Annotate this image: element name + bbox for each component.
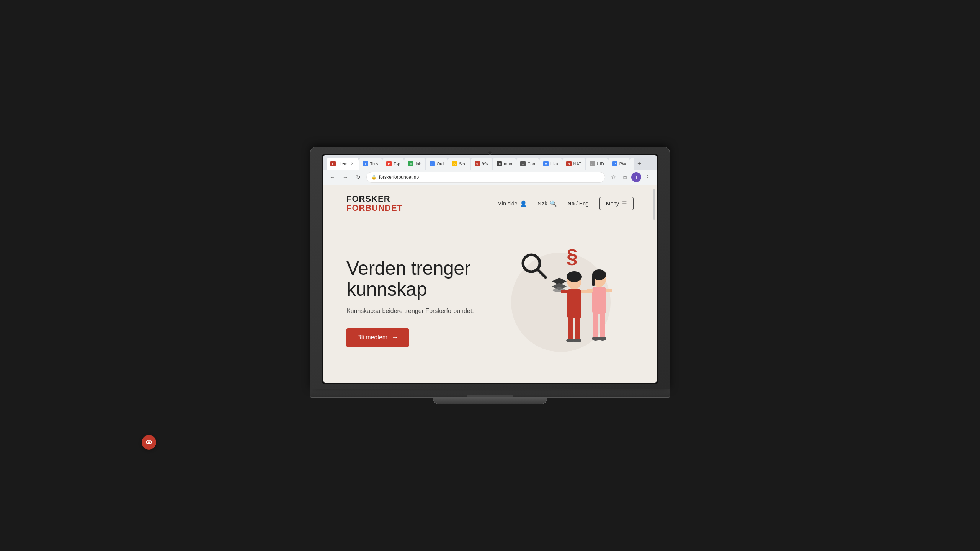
- hero-text-area: Verden trenger kunnskap Kunnskapsarbeide…: [346, 258, 490, 347]
- svg-rect-8: [592, 287, 606, 314]
- forward-button[interactable]: →: [340, 172, 350, 182]
- svg-rect-21: [575, 317, 580, 340]
- tab-item[interactable]: P PW: [608, 158, 630, 170]
- tab-label: Ord: [437, 161, 444, 166]
- tab-label: Inb: [415, 161, 421, 166]
- lang-eng: Eng: [579, 201, 589, 207]
- browser-tabs-bar: F Hjem ✕ T Trus E E-p: [323, 155, 657, 170]
- browser-toolbar: ← → ↻ 🔒 forskerforbundet.no ☆ ⧉ I ⋮: [323, 170, 657, 185]
- tab-favicon: C: [520, 161, 526, 166]
- bli-medlem-button[interactable]: Bli medlem →: [346, 328, 409, 347]
- screen-bezel: F Hjem ✕ T Trus E E-p: [322, 154, 658, 384]
- logo-line2: FORBUNDET: [346, 204, 403, 213]
- more-options-button[interactable]: ⋮: [643, 172, 653, 182]
- tab-item[interactable]: U UID: [586, 158, 608, 170]
- tab-label: Trus: [370, 161, 379, 166]
- svg-rect-11: [593, 313, 598, 338]
- nav-right-area: Min side 👤 Søk 🔍 No / Eng: [497, 197, 634, 210]
- laptop-shell: F Hjem ✕ T Trus E E-p: [310, 147, 670, 404]
- tab-favicon: 9: [475, 161, 480, 166]
- lang-no: No: [568, 201, 575, 207]
- svg-rect-20: [568, 317, 573, 340]
- menu-label: Meny: [606, 201, 619, 207]
- svg-point-13: [592, 337, 599, 341]
- svg-rect-7: [592, 275, 595, 286]
- tab-item[interactable]: O Ord: [426, 158, 448, 170]
- back-button[interactable]: ←: [327, 172, 337, 182]
- tab-label: Hva: [550, 161, 558, 166]
- scrollbar-thumb: [653, 189, 655, 220]
- site-logo[interactable]: FORSKER FORBUNDET: [346, 194, 403, 213]
- svg-rect-12: [600, 313, 605, 338]
- tab-favicon: F: [330, 161, 336, 166]
- tab-favicon: P: [612, 161, 617, 166]
- tab-label: See: [459, 161, 467, 166]
- tab-label: Con: [528, 161, 535, 166]
- svg-rect-19: [561, 290, 568, 293]
- language-switcher[interactable]: No / Eng: [568, 201, 589, 207]
- tab-label: Hjem: [338, 161, 348, 166]
- tab-item[interactable]: N NAT: [562, 158, 585, 170]
- hero-title: Verden trenger kunnskap: [346, 258, 490, 300]
- tab-label: E-p: [394, 161, 400, 166]
- min-side-link[interactable]: Min side 👤: [497, 200, 527, 207]
- profile-button[interactable]: I: [631, 172, 641, 182]
- cope-icon: [145, 439, 153, 446]
- tab-label: man: [504, 161, 512, 166]
- tab-label: PW: [619, 161, 626, 166]
- tab-favicon: U: [590, 161, 595, 166]
- laptop-stand: [433, 398, 547, 404]
- tab-favicon: S: [452, 161, 457, 166]
- menu-button[interactable]: Meny ☰: [599, 197, 634, 210]
- search-link[interactable]: Søk 🔍: [538, 200, 557, 207]
- min-side-label: Min side: [497, 201, 517, 207]
- laptop-lid: F Hjem ✕ T Trus E E-p: [310, 147, 670, 389]
- tab-item[interactable]: C Con: [516, 158, 539, 170]
- bookmark-button[interactable]: ☆: [608, 172, 618, 182]
- cta-label: Bli medlem: [357, 334, 387, 341]
- ssl-lock-icon: 🔒: [371, 175, 377, 180]
- tab-favicon: M: [408, 161, 413, 166]
- hero-section: Verden trenger kunnskap Kunnskapsarbeide…: [323, 222, 657, 383]
- minimize-tab-strip[interactable]: ⋮: [647, 161, 653, 170]
- extensions-button[interactable]: ⧉: [620, 172, 630, 182]
- svg-point-14: [599, 337, 606, 341]
- tab-label: NAT: [573, 161, 581, 166]
- tab-item[interactable]: m man: [493, 158, 516, 170]
- active-tab[interactable]: F Hjem ✕: [327, 158, 359, 170]
- toolbar-actions: ☆ ⧉ I ⋮: [608, 172, 653, 182]
- website-content: FORSKER FORBUNDET Min side 👤 Søk 🔍: [323, 185, 657, 383]
- svg-rect-18: [581, 290, 592, 293]
- url-text: forskerforbundet.no: [379, 174, 419, 180]
- people-illustration: [546, 260, 622, 367]
- tab-item[interactable]: E E-p: [382, 158, 404, 170]
- tab-close-btn[interactable]: ✕: [350, 161, 355, 166]
- site-navigation: FORSKER FORBUNDET Min side 👤 Søk 🔍: [323, 185, 657, 222]
- tab-item[interactable]: F (2): [630, 158, 634, 170]
- tab-favicon: O: [430, 161, 435, 166]
- tab-item[interactable]: S See: [448, 158, 470, 170]
- tab-item[interactable]: 9 99x: [471, 158, 493, 170]
- tab-item[interactable]: H Hva: [539, 158, 562, 170]
- magnifier-icon: [521, 253, 547, 284]
- logo-line1: FORSKER: [346, 194, 403, 204]
- reload-button[interactable]: ↻: [353, 172, 363, 182]
- svg-line-1: [537, 269, 546, 277]
- browser-window: F Hjem ✕ T Trus E E-p: [323, 155, 657, 383]
- svg-point-23: [573, 339, 581, 342]
- arrow-icon: →: [391, 334, 398, 342]
- laptop-base: [310, 389, 670, 398]
- tab-favicon: m: [497, 161, 502, 166]
- tab-favicon: N: [566, 161, 572, 166]
- tab-label: 99x: [482, 161, 489, 166]
- search-icon: 🔍: [550, 200, 557, 207]
- hamburger-icon: ☰: [622, 201, 627, 207]
- tab-item[interactable]: T Trus: [359, 158, 382, 170]
- cope-floating-badge[interactable]: [142, 435, 156, 450]
- address-bar[interactable]: 🔒 forskerforbundet.no: [366, 172, 605, 183]
- laptop-notch: [467, 395, 513, 397]
- svg-rect-17: [567, 289, 581, 318]
- new-tab-button[interactable]: ＋: [634, 158, 645, 169]
- svg-point-16: [567, 271, 582, 282]
- tab-item[interactable]: M Inb: [404, 158, 425, 170]
